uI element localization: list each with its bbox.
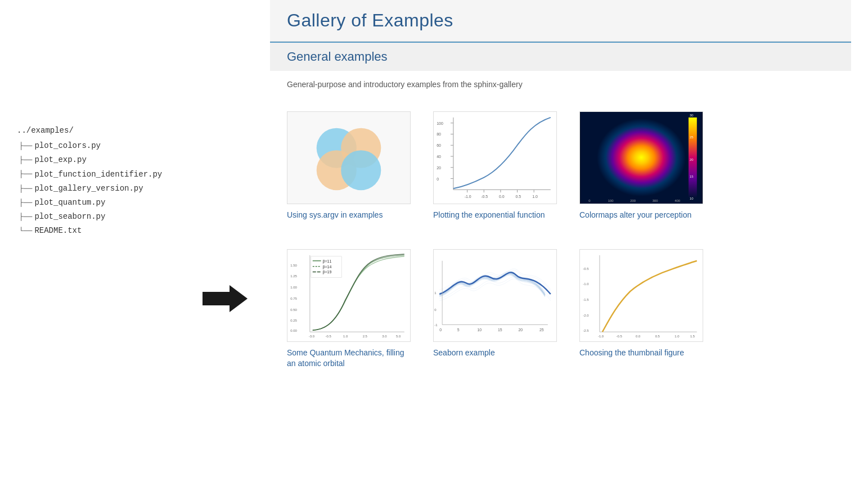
gallery-item-exponential[interactable]: 0 20 40 60 80 100 -1.0 -0.5 0.0 0.5 1.0 — [433, 111, 563, 221]
svg-point-5 — [341, 150, 381, 190]
thumbnail-sysargv — [287, 111, 411, 204]
svg-text:1: 1 — [434, 291, 436, 295]
svg-rect-44 — [287, 250, 410, 341]
gallery-label-colormaps: Colormaps alter your perception — [579, 210, 691, 221]
sidebar: ../examples/ ├── plot_colors.py ├── plot… — [0, 0, 191, 496]
main-content: Gallery of Examples General examples Gen… — [259, 0, 868, 496]
svg-text:5: 5 — [457, 328, 460, 332]
svg-text:1.0: 1.0 — [343, 335, 348, 338]
svg-text:20: 20 — [690, 158, 694, 161]
thumbnail-colormaps: 30 25 20 15 10 0 100 200 300 400 — [579, 111, 703, 204]
svg-text:0.5: 0.5 — [655, 335, 660, 338]
file-name[interactable]: plot_quantum.py — [34, 196, 105, 210]
thumbnail-svg-quantum: β=11 β=14 β=19 0.00 0.25 0.50 0.75 — [287, 250, 410, 341]
list-item[interactable]: ├── plot_function_identifier.py — [17, 168, 180, 182]
file-name[interactable]: plot_function_identifier.py — [34, 168, 162, 182]
gallery-label-seaborn: Seaborn example — [433, 348, 495, 359]
svg-text:-1.0: -1.0 — [598, 335, 604, 338]
svg-text:0.0: 0.0 — [499, 195, 505, 199]
svg-text:-1.0: -1.0 — [465, 195, 471, 199]
list-item[interactable]: └── README.txt — [17, 224, 180, 238]
svg-text:0.5: 0.5 — [516, 195, 521, 199]
gallery-label-exponential: Plotting the exponential function — [433, 210, 545, 221]
tree-connector: ├── — [19, 168, 32, 181]
gallery-item-quantum[interactable]: β=11 β=14 β=19 0.00 0.25 0.50 0.75 — [287, 249, 416, 369]
svg-text:2.5: 2.5 — [363, 335, 368, 338]
svg-rect-67 — [434, 250, 556, 341]
svg-text:3.0: 3.0 — [382, 335, 387, 338]
page-title: Gallery of Examples — [287, 10, 834, 31]
gallery-item-seaborn[interactable]: 0 5 10 15 20 25 -1 0 1 Seaborn example — [433, 249, 563, 369]
section-title: General examples — [287, 49, 834, 64]
gallery-label-thumbnail: Choosing the thumbnail figure — [579, 348, 684, 359]
svg-text:-2.5: -2.5 — [583, 329, 589, 332]
page-header: Gallery of Examples — [270, 0, 851, 42]
file-name[interactable]: plot_gallery_version.py — [34, 182, 143, 196]
svg-point-32 — [597, 119, 686, 196]
svg-text:25: 25 — [539, 328, 544, 332]
svg-text:80: 80 — [437, 132, 441, 136]
svg-text:-1: -1 — [434, 323, 437, 327]
svg-text:-1.5: -1.5 — [583, 297, 589, 301]
list-item[interactable]: ├── plot_colors.py — [17, 139, 180, 153]
svg-text:-1.0: -1.0 — [583, 282, 589, 286]
tree-connector: └── — [19, 224, 32, 237]
svg-text:0.75: 0.75 — [290, 297, 297, 300]
svg-text:10: 10 — [477, 328, 482, 332]
svg-text:15: 15 — [690, 175, 694, 178]
svg-text:0: 0 — [439, 328, 442, 332]
svg-text:400: 400 — [674, 199, 681, 202]
svg-text:40: 40 — [437, 155, 441, 159]
svg-text:-0.5: -0.5 — [617, 335, 623, 338]
svg-text:0.00: 0.00 — [290, 329, 297, 332]
svg-text:1.0: 1.0 — [674, 335, 680, 338]
gallery-row-2: β=11 β=14 β=19 0.00 0.25 0.50 0.75 — [270, 244, 851, 375]
list-item[interactable]: ├── plot_quantum.py — [17, 196, 180, 210]
file-name[interactable]: plot_exp.py — [34, 153, 86, 167]
svg-text:1.00: 1.00 — [290, 286, 297, 289]
thumbnail-svg-thumbnail: -2.5 -2.0 -1.5 -1.0 -0.5 -1.0 -0.5 0.0 0… — [580, 250, 703, 341]
svg-text:10: 10 — [690, 197, 694, 200]
thumbnail-thumbnail: -2.5 -2.0 -1.5 -1.0 -0.5 -1.0 -0.5 0.0 0… — [579, 249, 703, 342]
thumbnail-quantum: β=11 β=14 β=19 0.00 0.25 0.50 0.75 — [287, 249, 411, 342]
gallery-row-1: Using sys.argv in examples — [270, 106, 851, 227]
svg-text:-3.0: -3.0 — [309, 335, 315, 338]
page-wrapper: ../examples/ ├── plot_colors.py ├── plot… — [0, 0, 868, 496]
gallery-label-quantum: Some Quantum Mechanics, filling an atomi… — [287, 348, 411, 369]
svg-text:-0.5: -0.5 — [481, 195, 488, 199]
svg-text:100: 100 — [608, 199, 614, 202]
svg-text:20: 20 — [437, 166, 441, 170]
arrow-container — [191, 0, 259, 496]
svg-rect-79 — [580, 250, 702, 341]
gallery-label-sysargv: Using sys.argv in examples — [287, 210, 383, 221]
right-arrow-icon — [203, 285, 248, 313]
svg-text:15: 15 — [498, 328, 502, 332]
thumbnail-exponential: 0 20 40 60 80 100 -1.0 -0.5 0.0 0.5 1.0 — [433, 111, 557, 204]
thumbnail-svg-exp: 0 20 40 60 80 100 -1.0 -0.5 0.0 0.5 1.0 — [434, 112, 556, 204]
svg-text:100: 100 — [437, 121, 443, 125]
svg-text:0.50: 0.50 — [290, 308, 297, 311]
file-name[interactable]: plot_seaborn.py — [34, 210, 105, 224]
svg-text:30: 30 — [690, 114, 694, 117]
svg-text:0.25: 0.25 — [290, 319, 297, 322]
file-name[interactable]: README.txt — [34, 224, 82, 238]
svg-text:5.0: 5.0 — [396, 335, 401, 338]
thumbnail-svg-circles — [287, 112, 410, 204]
gallery-item-thumbnail[interactable]: -2.5 -2.0 -1.5 -1.0 -0.5 -1.0 -0.5 0.0 0… — [579, 249, 709, 369]
list-item[interactable]: ├── plot_gallery_version.py — [17, 182, 180, 196]
file-name[interactable]: plot_colors.py — [34, 139, 101, 153]
svg-text:-0.5: -0.5 — [583, 267, 589, 270]
list-item[interactable]: ├── plot_exp.py — [17, 153, 180, 167]
root-dir: ../examples/ — [17, 124, 180, 138]
svg-text:1.50: 1.50 — [290, 263, 297, 267]
gallery-item-sysargv[interactable]: Using sys.argv in examples — [287, 111, 416, 221]
gallery-item-colormaps[interactable]: 30 25 20 15 10 0 100 200 300 400 Colorma… — [579, 111, 709, 221]
list-item[interactable]: ├── plot_seaborn.py — [17, 210, 180, 224]
svg-text:0: 0 — [437, 177, 439, 181]
svg-text:β=11: β=11 — [323, 259, 332, 263]
tree-connector: ├── — [19, 139, 32, 152]
svg-text:1.0: 1.0 — [532, 195, 538, 199]
section-header: General examples — [270, 42, 851, 71]
svg-text:0.0: 0.0 — [636, 335, 641, 338]
svg-marker-0 — [203, 285, 248, 312]
